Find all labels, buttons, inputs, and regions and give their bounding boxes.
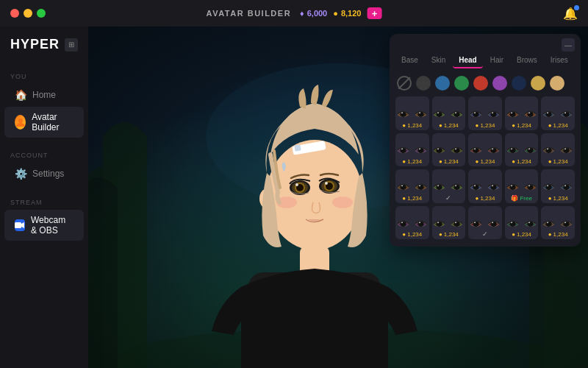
color-swatch-green[interactable] xyxy=(454,76,469,91)
grid-item-eye-9[interactable]: ●1,234 xyxy=(505,133,539,167)
item-cost-13: ●1,234 xyxy=(468,195,502,202)
notification-button[interactable]: 🔔 xyxy=(563,7,578,21)
notification-dot xyxy=(574,5,579,10)
grid-item-eye-18[interactable]: ✓ xyxy=(468,206,502,240)
minimize-button[interactable] xyxy=(24,9,32,18)
tab-irises[interactable]: Irises xyxy=(545,53,574,68)
section-label-account: ACCOUNT xyxy=(0,147,88,162)
item-cost-11: ●1,234 xyxy=(395,195,429,202)
app-layout: HypeR ⊞ YOU 🏠 Home Avatar Builder ACCOUN… xyxy=(0,26,588,368)
eye-options-grid: ●1,234 ●1,234 xyxy=(390,96,581,247)
color-swatch-gold[interactable] xyxy=(531,76,545,91)
sidebar-item-avatar-builder[interactable]: Avatar Builder xyxy=(4,107,84,138)
color-swatch-blue[interactable] xyxy=(435,76,450,91)
svg-point-19 xyxy=(295,183,298,186)
page-title: AVATAR BUILDER xyxy=(207,9,292,18)
titlebar-center: AVATAR BUILDER ♦ 6,000 ● 8,120 + xyxy=(207,7,382,19)
grid-item-eye-7[interactable]: ●1,234 xyxy=(432,133,466,167)
item-cost-9: ●1,234 xyxy=(505,158,539,165)
titlebar: AVATAR BUILDER ♦ 6,000 ● 8,120 + 🔔 xyxy=(0,0,588,26)
item-cost-6: ●1,234 xyxy=(395,158,429,165)
sidebar-section-you: YOU 🏠 Home Avatar Builder xyxy=(0,64,88,143)
sidebar-item-webcam[interactable]: Webcam & OBS xyxy=(4,210,84,241)
gem-icon: ♦ xyxy=(300,9,304,18)
grid-item-eye-19[interactable]: ●1,234 xyxy=(505,206,539,240)
item-cost-18: ✓ xyxy=(468,230,502,238)
grid-item-eye-20[interactable]: ●1,234 xyxy=(541,206,575,240)
grid-item-eye-3[interactable]: ●1,234 xyxy=(468,96,502,130)
none-line xyxy=(398,77,411,90)
panel-close-button[interactable]: — xyxy=(562,38,575,52)
avatar-builder-icon xyxy=(15,115,26,130)
sidebar-item-home[interactable]: 🏠 Home xyxy=(4,84,84,106)
add-currency-button[interactable]: + xyxy=(367,7,381,19)
item-cost-14: 🎁 Free xyxy=(505,195,539,202)
home-icon: 🏠 xyxy=(15,89,26,101)
sidebar-item-label-webcam: Webcam & OBS xyxy=(31,215,74,236)
grid-item-eye-1[interactable]: ●1,234 xyxy=(395,96,429,130)
item-cost-1: ●1,234 xyxy=(395,122,429,129)
tab-top[interactable]: Top xyxy=(576,53,581,68)
coins-display: ● 8,120 xyxy=(333,9,361,18)
sidebar-logo-area: HypeR ⊞ xyxy=(0,37,88,64)
item-cost-4: ●1,234 xyxy=(505,122,539,129)
close-button[interactable] xyxy=(10,9,19,18)
grid-item-eye-2[interactable]: ●1,234 xyxy=(432,96,466,130)
item-cost-10: ●1,234 xyxy=(541,158,575,165)
maximize-button[interactable] xyxy=(37,9,46,18)
item-cost-12: ✓ xyxy=(432,194,466,202)
grid-item-eye-17[interactable]: ●1,234 xyxy=(432,206,466,240)
item-cost-16: ●1,234 xyxy=(395,231,429,238)
sidebar-section-account: ACCOUNT ⚙️ Settings xyxy=(0,143,88,190)
grid-item-eye-15[interactable]: ●1,234 xyxy=(541,169,575,203)
color-swatch-purple[interactable] xyxy=(492,76,507,91)
grid-item-eye-4[interactable]: ●1,234 xyxy=(505,96,539,130)
sidebar-item-settings[interactable]: ⚙️ Settings xyxy=(4,163,84,185)
grid-item-eye-14[interactable]: 🎁 Free xyxy=(505,169,539,203)
item-cost-5: ●1,234 xyxy=(541,122,575,129)
color-none-swatch[interactable] xyxy=(397,76,412,91)
grid-item-eye-6[interactable]: ●1,234 xyxy=(395,133,429,167)
tab-hair[interactable]: Hair xyxy=(484,53,509,68)
color-swatch-navy[interactable] xyxy=(512,76,526,91)
grid-item-eye-13[interactable]: ●1,234 xyxy=(468,169,502,203)
svg-marker-2 xyxy=(21,222,24,228)
tab-skin[interactable]: Skin xyxy=(426,53,451,68)
color-swatch-red[interactable] xyxy=(473,76,488,91)
webcam-icon xyxy=(15,219,25,231)
coin-icon: ● xyxy=(333,9,338,18)
svg-point-0 xyxy=(18,118,23,123)
avatar-scene: — Base Skin Head Hair Brows Irises Top B… xyxy=(88,26,588,368)
item-cost-15: ●1,234 xyxy=(541,195,575,202)
window-controls xyxy=(10,9,46,18)
sidebar-item-label-settings: Settings xyxy=(32,169,64,179)
svg-point-24 xyxy=(325,182,328,185)
color-palette xyxy=(390,73,581,96)
color-swatch-dark[interactable] xyxy=(416,76,431,91)
color-swatch-tan[interactable] xyxy=(550,76,564,91)
sidebar-collapse-button[interactable]: ⊞ xyxy=(65,38,78,52)
gems-display: ♦ 6,000 xyxy=(300,9,327,18)
grid-item-eye-5[interactable]: ●1,234 xyxy=(541,96,575,130)
grid-item-eye-16[interactable]: ●1,234 xyxy=(395,206,429,240)
section-label-you: YOU xyxy=(0,68,88,83)
grid-item-eye-12[interactable]: ✓ xyxy=(432,169,466,203)
panel-close-bar: — xyxy=(390,34,581,53)
currency-display: ♦ 6,000 ● 8,120 + xyxy=(300,7,381,19)
grid-item-eye-10[interactable]: ●1,234 xyxy=(541,133,575,167)
main-content: — Base Skin Head Hair Brows Irises Top B… xyxy=(88,26,588,368)
item-cost-19: ●1,234 xyxy=(505,231,539,238)
customization-panel: — Base Skin Head Hair Brows Irises Top B… xyxy=(390,34,581,247)
grid-item-eye-8[interactable]: ●1,234 xyxy=(468,133,502,167)
logo-text: HypeR xyxy=(10,37,60,52)
item-cost-3: ●1,234 xyxy=(468,122,502,129)
tab-brows[interactable]: Brows xyxy=(511,53,543,68)
tab-base[interactable]: Base xyxy=(395,53,424,68)
grid-item-eye-11[interactable]: ●1,234 xyxy=(395,169,429,203)
item-cost-2: ●1,234 xyxy=(432,122,466,129)
sidebar: HypeR ⊞ YOU 🏠 Home Avatar Builder ACCOUN… xyxy=(0,26,88,368)
item-cost-20: ●1,234 xyxy=(541,231,575,238)
svg-point-10 xyxy=(267,140,362,250)
tab-head[interactable]: Head xyxy=(453,53,482,68)
item-cost-17: ●1,234 xyxy=(432,231,466,238)
